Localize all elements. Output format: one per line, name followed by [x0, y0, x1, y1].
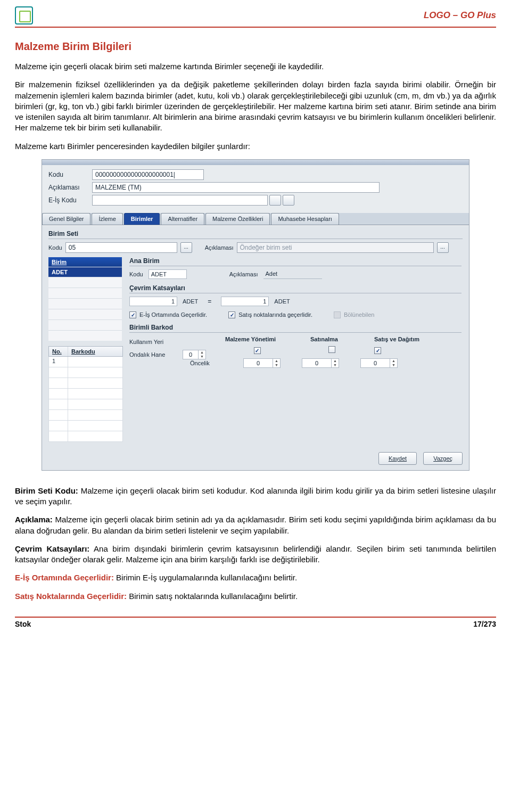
- eis-action-1-icon[interactable]: [269, 195, 281, 206]
- ana-birim-group: Ana Birim Kodu ADET Açıklaması Adet: [129, 257, 461, 279]
- kodu-label: Kodu: [48, 171, 92, 178]
- aciklama-label: Açıklaması: [48, 184, 92, 191]
- intro-para-1: Malzeme için geçerli olacak birim seti m…: [15, 61, 496, 72]
- def-satis: Satış Noktalarında Geçerlidir: Birimin s…: [15, 591, 496, 602]
- kullanim-sa-checkbox[interactable]: [328, 346, 335, 353]
- equals-sign: =: [203, 298, 216, 305]
- birim-list-item-adet[interactable]: ADET: [48, 267, 122, 277]
- barkod-row-1[interactable]: 1: [48, 357, 123, 367]
- brand-text: LOGO – GO Plus: [424, 10, 496, 21]
- cancel-button[interactable]: Vazgeç: [423, 452, 463, 465]
- anabirim-acik-label: Açıklaması: [229, 271, 258, 277]
- cevrim-left-value[interactable]: 1: [129, 297, 177, 306]
- right-column: Ana Birim Kodu ADET Açıklaması Adet Çevr…: [122, 257, 469, 442]
- satis-checkbox[interactable]: [228, 311, 235, 318]
- cevrim-title: Çevrim Katsayıları: [129, 284, 461, 292]
- def-birim-seti-kodu: Birim Seti Kodu: Malzeme için geçerli ol…: [15, 486, 496, 507]
- kodu-input[interactable]: 0000000000000000000001|: [92, 169, 204, 180]
- intro-para-3: Malzeme kartı Birimler penceresinden kay…: [15, 141, 496, 152]
- barkod-col-barkodu: Barkodu: [68, 347, 122, 356]
- aciklama-input[interactable]: MALZEME (TM): [92, 182, 380, 193]
- def-aciklama: Açıklama: Malzeme için geçerli olacak bi…: [15, 514, 496, 536]
- button-bar: Kaydet Vazgeç: [378, 452, 463, 465]
- eis-checkbox[interactable]: [129, 311, 136, 318]
- bset-aciklama-input[interactable]: Öndeğer birim seti: [237, 242, 434, 253]
- barkod-table: No. Barkodu 1: [48, 346, 123, 442]
- ondalik-hane-stepper[interactable]: 0 ▲▼: [183, 350, 206, 359]
- eis-kodu-input[interactable]: [92, 195, 268, 206]
- eis-check-label: E-İş Ortamında Geçerlidir.: [139, 311, 207, 318]
- tab-izleme[interactable]: İzleme: [92, 213, 122, 225]
- oncelik-sa-stepper[interactable]: 0▲▼: [302, 358, 339, 368]
- birim-seti-title: Birim Seti: [48, 230, 463, 237]
- page-footer: Stok 17/273: [15, 617, 496, 628]
- barkod-col-no: No.: [49, 347, 68, 356]
- birimli-barkod-group: Birimli Barkod Kullanım Yeri Ondalık Han…: [129, 324, 461, 370]
- kullanim-my-checkbox[interactable]: [254, 347, 261, 354]
- col-satis-dagitim: Satış ve Dağıtım: [374, 336, 419, 342]
- anabirim-kodu-label: Kodu: [129, 271, 143, 277]
- bset-aciklama-label: Açıklaması: [205, 244, 234, 251]
- oncelik-label: Öncelik: [190, 360, 222, 366]
- col-malzeme-yonetimi: Malzeme Yönetimi: [225, 336, 289, 342]
- app-window: Kodu 0000000000000000000001| Açıklaması …: [42, 159, 469, 471]
- tab-alternatifler[interactable]: Alternatifler: [161, 213, 204, 225]
- eis-action-2-icon[interactable]: [283, 195, 294, 206]
- logo-icon: [15, 6, 33, 24]
- options-row: E-İş Ortamında Geçerlidir. Satış noktala…: [129, 311, 461, 318]
- kullanim-yeri-label: Kullanım Yeri: [129, 339, 177, 345]
- chevron-up-icon[interactable]: ▲: [199, 350, 205, 355]
- kullanim-sd-checkbox[interactable]: [374, 347, 381, 354]
- bbarkod-title: Birimli Barkod: [129, 324, 461, 331]
- window-titlebar: [42, 160, 469, 165]
- bset-aciklama-lookup-button[interactable]: ...: [437, 242, 449, 253]
- tab-bar: Genel Bilgiler İzleme Birimler Alternati…: [42, 213, 469, 225]
- satis-check-label: Satış noktalarında geçerlidir.: [238, 311, 312, 318]
- chevron-down-icon[interactable]: ▼: [199, 355, 205, 359]
- bolunebilen-checkbox: [334, 311, 341, 318]
- tab-muhasebe-hesaplari[interactable]: Muhasebe Hesapları: [271, 213, 339, 225]
- ana-birim-title: Ana Birim: [129, 257, 461, 265]
- ondalik-hane-label: Ondalık Hane: [129, 351, 177, 358]
- section-title: Malzeme Birim Bilgileri: [15, 40, 496, 53]
- cevrim-group: Çevrim Katsayıları 1 ADET = 1 ADET: [129, 284, 461, 306]
- barkod-row-empty[interactable]: [48, 367, 123, 378]
- bset-kodu-input[interactable]: 05: [65, 242, 177, 253]
- cevrim-left-unit: ADET: [183, 298, 198, 305]
- def-cevrim: Çevrim Katsayıları: Ana birim dışındaki …: [15, 544, 496, 565]
- birim-list-header: Birim: [48, 257, 122, 267]
- footer-left: Stok: [15, 620, 31, 628]
- tab-panel: Birim Seti Kodu 05 ... Açıklaması Öndeğe…: [42, 225, 469, 470]
- birim-seti-group: Birim Seti Kodu 05 ... Açıklaması Öndeğe…: [42, 226, 469, 257]
- tab-birimler[interactable]: Birimler: [124, 213, 160, 225]
- page-header: LOGO – GO Plus: [15, 6, 496, 28]
- intro-para-2: Bir malzemenin fiziksel özelliklerinden …: [15, 79, 496, 133]
- birim-list-empty-row: [48, 277, 122, 288]
- left-column: Birim ADET No. Barkodu 1: [42, 257, 122, 442]
- def-eis: E-İş Ortamında Geçerlidir: Birimin E-İş …: [15, 572, 496, 583]
- tab-malzeme-ozellikleri[interactable]: Malzeme Özellikleri: [205, 213, 270, 225]
- oncelik-sd-stepper[interactable]: 0▲▼: [360, 358, 398, 368]
- anabirim-acik-value: Adet: [263, 269, 322, 279]
- eis-kodu-label: E-İş Kodu: [48, 196, 92, 204]
- oncelik-my-stepper[interactable]: 0▲▼: [243, 358, 281, 368]
- col-satinalma: Satınalma: [310, 336, 353, 342]
- footer-page: 17/273: [473, 620, 496, 628]
- anabirim-kodu-value[interactable]: ADET: [149, 269, 187, 279]
- header-fields: Kodu 0000000000000000000001| Açıklaması …: [42, 165, 469, 211]
- bolunebilen-label: Bölünebilen: [344, 311, 375, 318]
- tab-genel-bilgiler[interactable]: Genel Bilgiler: [42, 213, 90, 225]
- cevrim-right-unit: ADET: [274, 298, 290, 305]
- save-button[interactable]: Kaydet: [378, 452, 417, 465]
- bset-kodu-label: Kodu: [48, 244, 62, 251]
- bset-kodu-lookup-button[interactable]: ...: [180, 242, 192, 253]
- cevrim-right-value[interactable]: 1: [221, 297, 269, 306]
